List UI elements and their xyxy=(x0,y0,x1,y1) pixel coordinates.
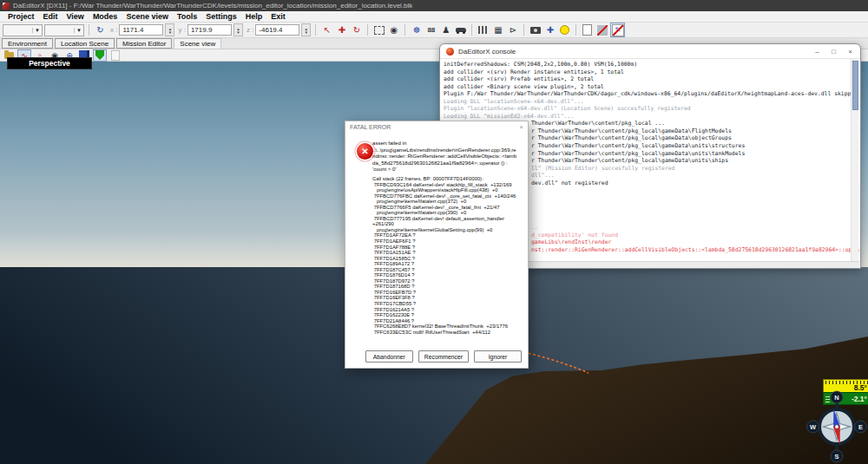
console-titlebar[interactable]: DaEditorX console – □ × xyxy=(440,44,860,59)
object-combo-2[interactable]: ▼ xyxy=(44,24,84,36)
refresh-button[interactable]: ↻ xyxy=(94,23,107,36)
pointer-icon: ⊳ xyxy=(510,25,516,35)
window-title: DaEditorX [DX11] - F:/War Thunder/WarThu… xyxy=(13,2,412,10)
dialog-titlebar[interactable]: FATAL ERROR × xyxy=(345,121,528,133)
disable-draw-button[interactable]: ✎ xyxy=(610,23,625,37)
menu-item[interactable]: Project xyxy=(3,12,39,21)
y-coordinate-input[interactable]: 1719.9 xyxy=(187,24,232,36)
menu-bar: ProjectEditViewModesScene viewToolsSetti… xyxy=(0,11,868,23)
page-icon xyxy=(582,24,592,36)
shield-button[interactable] xyxy=(93,49,107,62)
spin-down-icon: ▾ xyxy=(166,30,174,34)
select-cursor-icon: ↖ xyxy=(324,25,331,35)
console-log-line: dll"... xyxy=(531,172,859,180)
spin-down-icon: ▾ xyxy=(234,30,242,34)
maximize-icon[interactable]: □ xyxy=(825,45,842,58)
console-log-line xyxy=(531,186,859,194)
separator xyxy=(404,24,405,36)
vehicle-filter-button[interactable] xyxy=(454,23,467,36)
menu-item[interactable]: Edit xyxy=(39,12,62,21)
separator xyxy=(471,24,472,36)
sun-toggle-button[interactable] xyxy=(558,23,571,36)
x-coordinate-input[interactable]: 1171.4 xyxy=(119,24,163,36)
console-log-line: ll" (Mission Editor) succesfully registe… xyxy=(531,165,859,173)
plugin-tab[interactable]: Environment xyxy=(2,38,53,49)
new-page-button[interactable] xyxy=(581,23,594,36)
compass-rose: N E W S xyxy=(806,389,867,464)
close-icon[interactable]: × xyxy=(519,123,523,131)
console-log-line: dev.dll" not registered xyxy=(531,180,859,187)
marquee-select-icon xyxy=(374,26,385,35)
console-log-line: gameLibs\rendInst\render xyxy=(531,239,859,246)
menu-item[interactable]: View xyxy=(62,12,89,21)
spin-down-icon: ▾ xyxy=(302,30,310,34)
disable-render-button[interactable] xyxy=(595,23,608,36)
camera-button[interactable] xyxy=(529,23,542,36)
console-log-line: add collider <(srv) Prefab entities>, 2 … xyxy=(444,75,859,83)
dialog-button[interactable]: Ignorer xyxy=(474,350,522,363)
console-log-line: add collider <Binary scene view plugin>,… xyxy=(444,83,859,91)
y-coordinate-stepper[interactable]: ▴▾ xyxy=(233,23,243,36)
menu-item[interactable]: Help xyxy=(241,12,267,21)
console-window-controls: – □ × xyxy=(809,45,860,58)
console-log-line: r Thunder\WarThunder\content/pkg_local\g… xyxy=(531,134,859,142)
car-icon xyxy=(456,28,466,32)
console-log-line: r Thunder\WarThunder\content/pkg_local\g… xyxy=(531,127,859,135)
console-log-line xyxy=(531,209,859,217)
menu-item[interactable]: Modes xyxy=(89,12,122,21)
unit-filter-button[interactable]: ♟ xyxy=(439,23,452,36)
plugin-tab[interactable]: Scene view xyxy=(174,38,221,49)
console-log-line xyxy=(531,201,859,209)
scrollbar-thumb[interactable] xyxy=(852,61,858,110)
x-coordinate-stepper[interactable]: ▴▾ xyxy=(165,23,174,36)
console-scrollbar[interactable] xyxy=(851,59,858,261)
plugin-tab[interactable]: Location Scene xyxy=(55,38,115,49)
dialog-buttons: AbandonnerRecommencerIgnorer xyxy=(365,350,522,363)
menu-item[interactable]: Exit xyxy=(266,12,290,21)
dialog-button[interactable]: Abandonner xyxy=(365,350,413,363)
move-axes-button[interactable]: ✚ xyxy=(543,23,556,36)
wheels-filter-button[interactable]: 88 xyxy=(424,23,437,36)
rotate-tool-button[interactable]: ↻ xyxy=(350,23,363,36)
dialog-title: FATAL ERROR xyxy=(350,124,391,130)
console-title: DaEditorX console xyxy=(458,48,516,56)
compass-south-label: S xyxy=(834,453,838,461)
fence-filter-button[interactable] xyxy=(477,23,490,36)
console-log-line: Plugin "locationScene-x64-dev.dll" (Loca… xyxy=(444,105,859,113)
console-log-line: .. xyxy=(531,224,859,232)
close-icon[interactable]: × xyxy=(842,45,858,58)
pointer-mode-button[interactable]: ⊳ xyxy=(506,23,519,36)
chevron-down-icon: ▼ xyxy=(74,28,83,33)
no-draw-pen-icon: ✎ xyxy=(612,24,624,36)
console-log-line: r Thunder\WarThunder\content/pkg_local\g… xyxy=(531,157,859,165)
camera-mode-label[interactable]: Perspective xyxy=(7,57,92,69)
separator xyxy=(315,24,316,36)
dialog-button[interactable]: Recommencer xyxy=(418,350,469,363)
z-coordinate-stepper[interactable]: ▴▾ xyxy=(301,23,311,36)
y-coordinate-label: y : xyxy=(178,26,185,34)
menu-item[interactable]: Tools xyxy=(173,12,201,21)
compass-west-label: W xyxy=(810,423,817,431)
minimize-icon[interactable]: – xyxy=(809,45,825,58)
camera-icon xyxy=(530,27,541,34)
z-coordinate-input[interactable]: -4619.4 xyxy=(255,24,299,36)
console-log-line: add collider <(srv) Render instance enti… xyxy=(444,69,859,76)
menu-item[interactable]: Settings xyxy=(201,12,241,21)
wheels-icon: 88 xyxy=(427,26,435,34)
compass-north-label: N xyxy=(834,394,838,402)
compass-east-label: E xyxy=(858,423,863,431)
move-axes-icon: ✚ xyxy=(547,25,554,35)
wheel-filter-button[interactable]: ☸ xyxy=(410,23,423,36)
plugin-tab[interactable]: Mission Editor xyxy=(116,38,172,49)
marquee-select-button[interactable] xyxy=(372,23,385,36)
select-tool-button[interactable]: ↖ xyxy=(320,23,333,36)
grid-toggle-button[interactable]: ▦ xyxy=(491,23,504,36)
daeditorx-window: DaEditorX [DX11] - F:/War Thunder/WarThu… xyxy=(0,0,868,464)
rotate-cursor-icon: ↻ xyxy=(353,25,360,35)
zoom-view-button[interactable]: ◉ xyxy=(387,23,400,36)
separator xyxy=(89,24,89,36)
window-titlebar[interactable]: DaEditorX [DX11] - F:/War Thunder/WarThu… xyxy=(0,0,868,11)
object-combo-1[interactable]: ▼ xyxy=(3,24,43,36)
move-tool-button[interactable]: ✚ xyxy=(335,23,348,36)
menu-item[interactable]: Scene view xyxy=(122,12,173,21)
